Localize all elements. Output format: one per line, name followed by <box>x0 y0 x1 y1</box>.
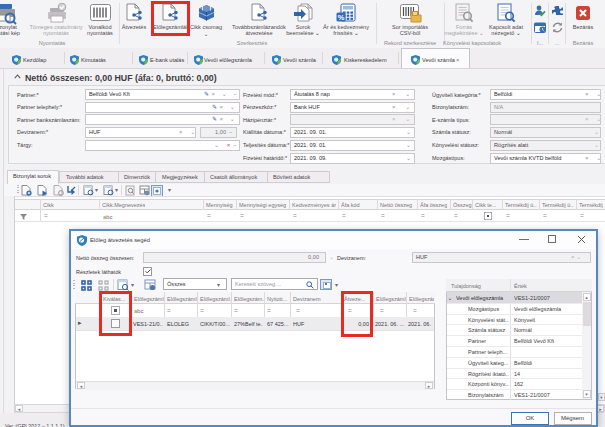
svg-text:c: c <box>140 308 143 314</box>
svg-text:%: % <box>338 13 345 22</box>
svg-text:c: c <box>109 214 112 220</box>
